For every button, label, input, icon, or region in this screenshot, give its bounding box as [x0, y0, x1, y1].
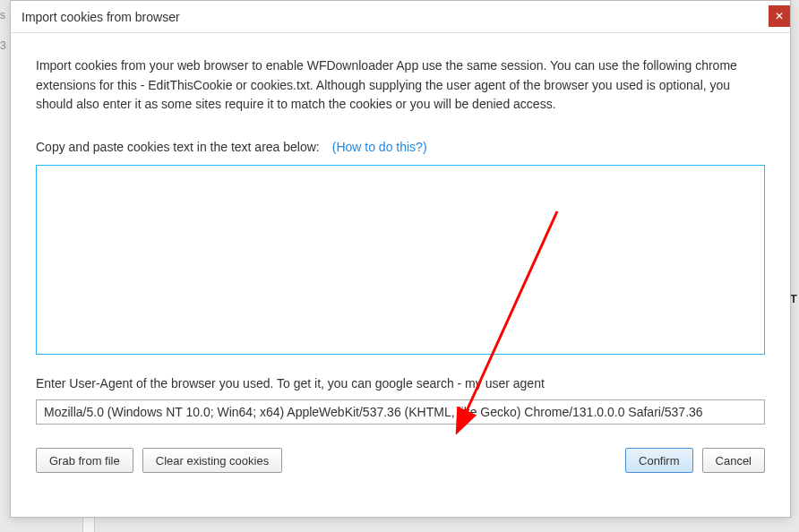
- confirm-button[interactable]: Confirm: [625, 448, 693, 473]
- close-icon: ✕: [775, 10, 784, 22]
- close-button[interactable]: ✕: [769, 5, 790, 27]
- dialog-title: Import cookies from browser: [21, 10, 180, 24]
- clear-existing-cookies-button[interactable]: Clear existing cookies: [142, 448, 282, 473]
- ua-label-row: Enter User-Agent of the browser you used…: [36, 376, 765, 390]
- bg-fragment-left-num: 3: [0, 39, 7, 57]
- bg-fragment-right: T: [790, 292, 799, 310]
- cookies-label-row: Copy and paste cookies text in the text …: [36, 140, 765, 154]
- user-agent-input[interactable]: [36, 399, 765, 425]
- ua-label: Enter User-Agent of the browser you used…: [36, 376, 545, 390]
- intro-text: Import cookies from your web browser to …: [36, 56, 765, 115]
- cookies-label: Copy and paste cookies text in the text …: [36, 140, 320, 154]
- grab-from-file-button[interactable]: Grab from file: [36, 448, 133, 473]
- button-row: Grab from file Clear existing cookies Co…: [36, 448, 765, 473]
- cookies-textarea[interactable]: [36, 165, 765, 355]
- dialog-content: Import cookies from your web browser to …: [11, 33, 790, 517]
- bg-fragment-left: s: [0, 9, 7, 27]
- titlebar: Import cookies from browser ✕: [11, 1, 790, 33]
- how-to-link[interactable]: (How to do this?): [332, 140, 427, 154]
- bg-bottom-fragment: [82, 518, 95, 532]
- cancel-button[interactable]: Cancel: [702, 448, 765, 473]
- import-cookies-dialog: Import cookies from browser ✕ Import coo…: [10, 0, 791, 518]
